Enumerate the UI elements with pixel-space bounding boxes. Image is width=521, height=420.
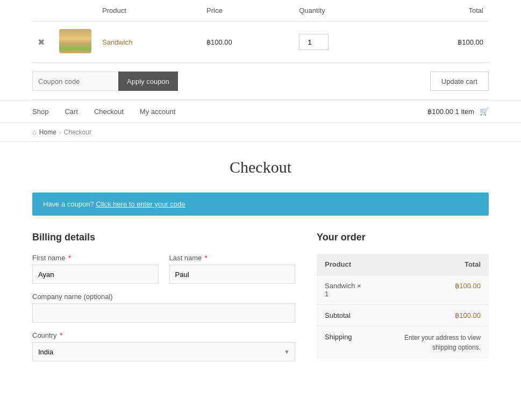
cart-table: Product Price Quantity Total ✖ Sandwich … bbox=[32, 0, 489, 63]
last-name-field: Last name * bbox=[169, 254, 296, 284]
checkout-section: Checkout Have a coupon? Click here to en… bbox=[0, 142, 521, 391]
billing-title: Billing details bbox=[32, 232, 295, 243]
shipping-label: Shipping bbox=[317, 326, 372, 359]
shipping-row: Shipping Enter your address to view ship… bbox=[317, 326, 489, 359]
company-input[interactable] bbox=[32, 303, 295, 323]
last-name-label: Last name * bbox=[169, 254, 296, 262]
product-image bbox=[59, 29, 91, 53]
order-item-row: Sandwich × 1 ฿100.00 bbox=[317, 275, 489, 305]
remove-item-icon[interactable]: ✖ bbox=[38, 38, 45, 47]
coupon-code-input[interactable] bbox=[32, 72, 118, 91]
order-col-product: Product bbox=[317, 254, 372, 275]
nav-bar: Shop Cart Checkout My account ฿100.00 1 … bbox=[0, 100, 521, 123]
name-row: First name * Last name * bbox=[32, 254, 295, 284]
col-quantity: Quantity bbox=[294, 0, 396, 22]
first-name-input[interactable] bbox=[32, 265, 159, 284]
product-name-link[interactable]: Sandwich bbox=[102, 38, 132, 46]
coupon-banner-text: Have a coupon? bbox=[43, 200, 94, 208]
required-star: * bbox=[66, 254, 71, 262]
checkout-title: Checkout bbox=[32, 158, 489, 176]
first-name-label: First name * bbox=[32, 254, 159, 262]
country-label: Country * bbox=[32, 331, 295, 339]
subtotal-row: Subtotal ฿100.00 bbox=[317, 305, 489, 326]
col-product: Product bbox=[97, 0, 201, 22]
col-price: Price bbox=[201, 0, 294, 22]
company-label: Company name (optional) bbox=[32, 293, 295, 301]
cart-icon[interactable]: 🛒 bbox=[480, 107, 489, 116]
quantity-input[interactable] bbox=[299, 34, 329, 50]
country-select-wrapper: India United States United Kingdom ▼ bbox=[32, 342, 295, 361]
product-total: ฿100.00 bbox=[458, 38, 483, 46]
required-star: * bbox=[58, 331, 63, 339]
required-star: * bbox=[203, 254, 208, 262]
nav-myaccount[interactable]: My account bbox=[140, 108, 175, 116]
coupon-row: Apply coupon Update cart bbox=[32, 63, 489, 100]
checkout-columns: Billing details First name * Last name *… bbox=[32, 232, 489, 370]
country-select[interactable]: India United States United Kingdom bbox=[32, 342, 295, 361]
nav-checkout[interactable]: Checkout bbox=[94, 108, 124, 116]
subtotal-value: ฿100.00 bbox=[372, 305, 489, 326]
order-column: Your order Product Total Sandwich × 1 ฿1… bbox=[317, 232, 489, 370]
breadcrumb-home-link[interactable]: Home bbox=[39, 129, 56, 136]
update-cart-button[interactable]: Update cart bbox=[430, 72, 489, 91]
home-icon: ⌂ bbox=[32, 128, 37, 136]
coupon-banner: Have a coupon? Click here to enter your … bbox=[32, 193, 489, 216]
nav-links: Shop Cart Checkout My account bbox=[32, 108, 175, 116]
coupon-left: Apply coupon bbox=[32, 72, 178, 91]
shipping-note: Enter your address to view shipping opti… bbox=[404, 334, 481, 351]
breadcrumb: ⌂ Home › Checkout bbox=[32, 128, 489, 136]
table-row: ✖ Sandwich ฿100.00 ฿100.00 bbox=[32, 22, 489, 63]
nav-shop[interactable]: Shop bbox=[32, 108, 48, 116]
col-total: Total bbox=[396, 0, 489, 22]
company-row: Company name (optional) bbox=[32, 293, 295, 323]
coupon-banner-link[interactable]: Click here to enter your code bbox=[96, 200, 185, 208]
order-item-total: ฿100.00 bbox=[372, 275, 489, 305]
product-price: ฿100.00 bbox=[206, 38, 232, 46]
billing-column: Billing details First name * Last name *… bbox=[32, 232, 295, 370]
order-title: Your order bbox=[317, 232, 489, 243]
order-col-total: Total bbox=[372, 254, 489, 275]
order-table: Product Total Sandwich × 1 ฿100.00 Subto… bbox=[317, 254, 489, 359]
order-item-name: Sandwich × 1 bbox=[317, 275, 372, 305]
last-name-input[interactable] bbox=[169, 265, 296, 284]
nav-cart[interactable]: Cart bbox=[65, 108, 78, 116]
cart-summary: ฿100.00 1 item bbox=[427, 108, 474, 116]
first-name-field: First name * bbox=[32, 254, 159, 284]
apply-coupon-button[interactable]: Apply coupon bbox=[118, 72, 178, 91]
subtotal-label: Subtotal bbox=[317, 305, 372, 326]
breadcrumb-bar: ⌂ Home › Checkout bbox=[0, 123, 521, 142]
breadcrumb-current: Checkout bbox=[64, 129, 91, 136]
country-row: Country * India United States United Kin… bbox=[32, 331, 295, 361]
nav-right: ฿100.00 1 item 🛒 bbox=[427, 107, 489, 116]
breadcrumb-separator: › bbox=[59, 129, 61, 136]
